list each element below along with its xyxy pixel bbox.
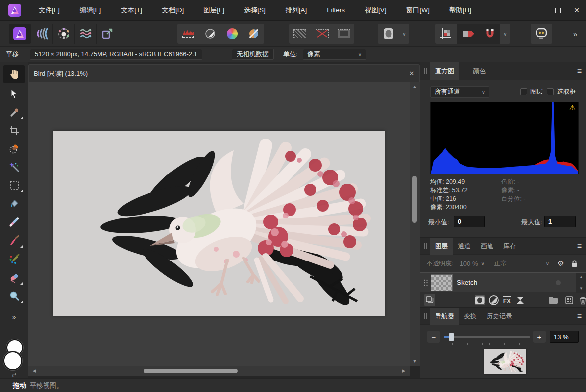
delete-layer-button[interactable] [579, 296, 586, 305]
select-all-button[interactable] [289, 24, 311, 44]
chevron-down-icon[interactable]: ∨ [546, 261, 549, 266]
selection-brush-tool[interactable] [3, 140, 25, 158]
lock-icon[interactable] [571, 260, 578, 267]
deselect-button[interactable] [311, 24, 333, 44]
panel-drag-handle[interactable] [424, 313, 428, 319]
zoom-value-input[interactable] [550, 331, 579, 343]
adjustment-layer-button[interactable] [488, 295, 499, 305]
tab-history[interactable]: 历史记录 [482, 308, 517, 325]
layer-effects-button[interactable]: FX [503, 296, 511, 305]
zoom-in-button[interactable]: + [533, 331, 546, 343]
tab-transform[interactable]: 变换 [459, 308, 482, 325]
zoom-slider-track[interactable] [444, 336, 530, 338]
menu-window[interactable]: 窗口[W] [396, 0, 440, 21]
auto-contrast-button[interactable] [199, 24, 221, 44]
min-value-input[interactable] [454, 216, 485, 227]
zoom-out-button[interactable]: − [427, 331, 440, 343]
menu-text[interactable]: 文本[T] [111, 0, 152, 21]
duplicate-layer-button[interactable] [424, 294, 435, 306]
panel-drag-handle[interactable] [424, 243, 428, 249]
panel-drag-handle[interactable] [424, 68, 428, 74]
invert-selection-button[interactable] [333, 24, 354, 44]
pixel-alignment-button[interactable] [435, 24, 457, 44]
group-layers-button[interactable] [548, 296, 558, 304]
document-canvas[interactable] [53, 131, 385, 316]
zoom-slider-thumb[interactable] [449, 333, 454, 341]
live-filter-button[interactable] [516, 296, 525, 305]
new-pattern-layer-button[interactable] [565, 296, 573, 304]
menu-file[interactable]: 文件[F] [29, 0, 70, 21]
develop-persona-button[interactable] [31, 24, 52, 44]
layer-grip-icon[interactable] [423, 279, 428, 286]
flood-fill-tool[interactable] [3, 195, 25, 213]
toolbar-overflow-button[interactable]: » [573, 30, 577, 38]
move-whole-pixels-button[interactable] [457, 24, 479, 44]
crop-tool[interactable] [3, 122, 25, 139]
liquify-persona-button[interactable] [74, 24, 96, 44]
opacity-value[interactable]: 100 % [460, 260, 478, 267]
tab-close-button[interactable]: ✕ [404, 70, 419, 77]
tab-brushes[interactable]: 画笔 [476, 238, 498, 255]
menu-arrange[interactable]: 排列[A] [276, 0, 317, 21]
more-tools-button[interactable]: » [0, 313, 28, 321]
eraser-tool[interactable] [3, 269, 25, 287]
quick-mask-dropdown[interactable]: ∨ [399, 24, 409, 44]
blur-tool[interactable] [3, 287, 25, 305]
tab-histogram[interactable]: 直方图 [430, 62, 459, 80]
blend-mode-value[interactable]: 正常 [494, 259, 507, 268]
scroll-up-button[interactable]: ▲ [410, 84, 420, 89]
layer-row[interactable]: Sketch ▲ ▼ [420, 272, 586, 292]
snapping-dropdown[interactable]: ∨ [500, 24, 510, 44]
move-tool[interactable] [3, 85, 25, 103]
mask-layer-button[interactable] [475, 295, 485, 305]
colour-picker-tool[interactable] [3, 103, 25, 121]
channel-select[interactable]: 所有通道 ∨ [430, 86, 489, 98]
view-tool[interactable] [3, 65, 25, 83]
menu-document[interactable]: 文档[D] [152, 0, 194, 21]
snapping-button[interactable] [479, 24, 500, 44]
horizontal-scroll-thumb[interactable] [144, 369, 238, 373]
scroll-left-button[interactable]: ◀ [29, 368, 39, 373]
tone-mapping-persona-button[interactable] [52, 24, 74, 44]
scroll-right-button[interactable]: ▶ [399, 368, 409, 373]
tab-colour[interactable]: 颜色 [468, 62, 490, 80]
export-persona-button[interactable] [96, 24, 118, 44]
panel-menu-icon[interactable]: ≡ [577, 238, 582, 255]
close-button[interactable]: ✕ [567, 0, 586, 21]
menu-edit[interactable]: 编辑[E] [70, 0, 111, 21]
paint-brush-tool[interactable] [3, 232, 25, 250]
auto-white-balance-button[interactable] [243, 24, 264, 44]
menu-help[interactable]: 帮助[H] [440, 0, 481, 21]
marquee-select-tool[interactable] [3, 176, 25, 194]
menu-view[interactable]: 视图[V] [355, 0, 396, 21]
menu-select[interactable]: 选择[S] [234, 0, 276, 21]
document-tab[interactable]: Bird [只读] (13.1%) ✕ [28, 64, 420, 82]
vertical-scroll-thumb[interactable] [412, 176, 417, 223]
quick-mask-button[interactable] [378, 24, 399, 44]
gradient-tool[interactable] [3, 213, 25, 231]
gear-icon[interactable]: ⚙ [557, 259, 564, 268]
canvas-viewport[interactable] [28, 82, 420, 366]
horizontal-scrollbar[interactable]: ◀ ▶ [28, 366, 410, 376]
tab-stock[interactable]: 库存 [498, 238, 521, 255]
colour-replacement-brush-tool[interactable] [3, 250, 25, 268]
layer-checkbox[interactable] [520, 88, 527, 95]
flood-select-tool[interactable] [3, 158, 25, 176]
scroll-up-button[interactable]: ▲ [576, 275, 586, 279]
auto-levels-button[interactable] [177, 24, 199, 44]
fill-colour-well[interactable] [3, 351, 22, 370]
maximize-button[interactable] [548, 0, 567, 21]
tab-layers[interactable]: 图层 [430, 238, 453, 255]
unit-select[interactable]: 像素 ∨ [303, 49, 366, 60]
navigator-thumbnail[interactable] [484, 349, 526, 374]
auto-colour-button[interactable] [221, 24, 243, 44]
vertical-scrollbar[interactable]: ▲ ▼ [410, 82, 420, 366]
assistant-button[interactable] [531, 24, 552, 44]
scroll-down-button[interactable]: ▼ [576, 286, 586, 291]
scroll-down-button[interactable]: ▼ [410, 359, 420, 364]
minimize-button[interactable]: — [530, 0, 548, 21]
marquee-checkbox[interactable] [547, 88, 554, 95]
menu-filters[interactable]: Filters [317, 0, 355, 21]
photo-persona-button[interactable] [9, 24, 31, 44]
panel-menu-icon[interactable]: ≡ [577, 308, 582, 325]
